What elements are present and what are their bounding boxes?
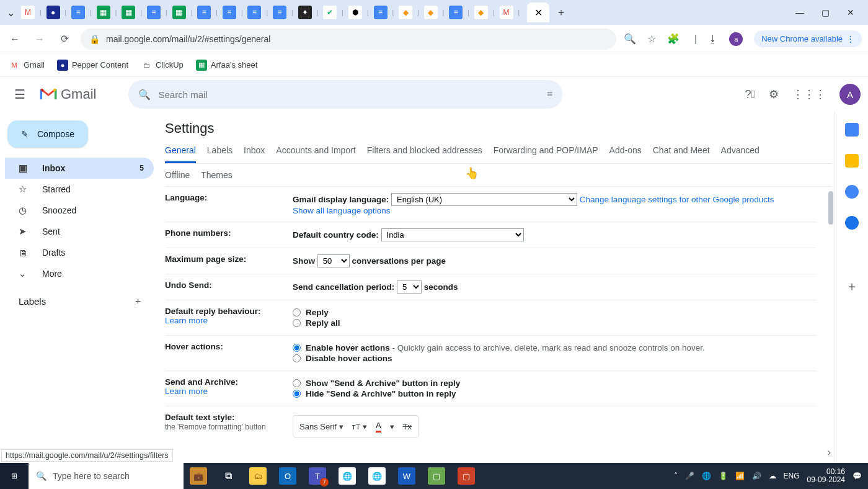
apps-grid-icon[interactable]: ⋮⋮⋮	[792, 87, 826, 101]
add-addon-icon[interactable]: ＋	[846, 278, 858, 295]
reply-radio[interactable]	[293, 308, 301, 316]
learn-more-link[interactable]: Learn more	[165, 316, 208, 325]
bookmark-item[interactable]: ▦Arfaa's sheet	[196, 60, 257, 71]
tab-general[interactable]: General	[165, 145, 196, 163]
change-language-link[interactable]: Change language settings for other Googl…	[580, 195, 774, 204]
bookmark-item[interactable]: ●Pepper Content	[57, 60, 128, 71]
new-tab-button[interactable]: ＋	[553, 6, 569, 19]
tab-addons[interactable]: Add-ons	[609, 145, 642, 163]
tab-favicon[interactable]: ▦	[122, 6, 135, 19]
tab-favicon[interactable]: ◆	[474, 6, 488, 19]
country-code-select[interactable]: India	[381, 228, 524, 241]
hover-enable-radio[interactable]	[293, 344, 301, 352]
tray-chevron-icon[interactable]: ˄	[674, 472, 678, 480]
search-options-icon[interactable]: ≡	[547, 89, 552, 100]
nav-reload-icon[interactable]: ⟳	[56, 33, 73, 45]
tab-filters[interactable]: Filters and blocked addresses	[367, 145, 482, 163]
taskbar-chrome[interactable]: 🌐	[332, 463, 362, 489]
tab-chat[interactable]: Chat and Meet	[653, 145, 710, 163]
window-minimize[interactable]: —	[795, 7, 804, 17]
tab-favicon[interactable]: ✦	[298, 6, 312, 19]
add-label-icon[interactable]: ＋	[133, 295, 143, 307]
font-size-dropdown[interactable]: тT ▾	[352, 422, 367, 431]
panel-expand-icon[interactable]: ›	[828, 447, 831, 458]
omnibox[interactable]: 🔒 mail.google.com/mail/u/2/#settings/gen…	[81, 29, 616, 50]
help-icon[interactable]: ?⃝	[745, 88, 755, 101]
tab-favicon[interactable]: ▦	[97, 6, 110, 19]
tab-favicon[interactable]: ≡	[71, 6, 85, 19]
taskbar-taskview[interactable]: ⧉	[213, 463, 243, 489]
tab-labels[interactable]: Labels	[207, 145, 232, 163]
tray-language[interactable]: ENG	[784, 472, 800, 480]
tab-favicon[interactable]: ▦	[172, 6, 186, 19]
window-close[interactable]: ✕	[847, 7, 854, 17]
tab-favicon[interactable]: ≡	[273, 6, 286, 19]
sidebar-item-inbox[interactable]: ▣Inbox5	[5, 158, 154, 179]
learn-more-link[interactable]: Learn more	[165, 387, 208, 396]
bookmark-star-icon[interactable]: ☆	[647, 33, 656, 45]
tab-inbox[interactable]: Inbox	[244, 145, 265, 163]
contacts-addon-icon[interactable]	[845, 216, 859, 230]
zoom-icon[interactable]: 🔍	[624, 33, 636, 45]
tab-favicon[interactable]: ●	[46, 6, 60, 19]
tab-favicon[interactable]: ⬢	[348, 6, 362, 19]
undo-period-select[interactable]: 5	[397, 280, 422, 294]
scrollbar-thumb[interactable]	[828, 191, 833, 225]
tab-favicon[interactable]: ≡	[247, 6, 261, 19]
tab-favicon[interactable]: ✔	[323, 6, 337, 19]
tab-favicon[interactable]: ◆	[399, 6, 412, 19]
tab-favicon[interactable]: ◆	[424, 6, 438, 19]
downloads-icon[interactable]: ⭳	[708, 34, 718, 45]
nav-back-icon[interactable]: ←	[6, 34, 24, 45]
pagesize-select[interactable]: 50	[317, 254, 350, 267]
sidebar-item-more[interactable]: ⌄More	[5, 263, 154, 284]
chrome-profile-avatar[interactable]: a	[729, 32, 743, 46]
gmail-logo[interactable]: Gmail	[40, 86, 96, 102]
sidebar-item-snoozed[interactable]: ◷Snoozed	[5, 200, 154, 221]
taskbar-outlook[interactable]: O	[273, 463, 303, 489]
taskbar-explorer[interactable]: 🗂	[243, 463, 273, 489]
tab-favicon[interactable]: ≡	[374, 6, 388, 19]
taskbar-app-green[interactable]: ▢	[422, 463, 451, 489]
hide-sendarchive-radio[interactable]	[293, 390, 301, 398]
tab-forwarding[interactable]: Forwarding and POP/IMAP	[494, 145, 598, 163]
tray-notifications-icon[interactable]: 💬	[852, 472, 862, 480]
account-avatar[interactable]: A	[839, 84, 861, 105]
taskbar-search[interactable]: 🔍 Type here to search	[29, 463, 184, 489]
search-input[interactable]	[158, 89, 539, 100]
show-all-languages-link[interactable]: Show all language options	[293, 206, 391, 215]
settings-gear-icon[interactable]: ⚙	[769, 87, 779, 101]
sidebar-item-drafts[interactable]: 🗎Drafts	[5, 242, 154, 263]
tray-mic-icon[interactable]: 🎤	[685, 472, 694, 480]
taskbar-word[interactable]: W	[392, 463, 422, 489]
text-color-dropdown[interactable]: A	[376, 421, 381, 433]
tray-volume-icon[interactable]: 🔊	[752, 472, 761, 480]
tab-favicon[interactable]: M	[21, 6, 35, 19]
calendar-addon-icon[interactable]	[845, 123, 859, 137]
taskbar-app-red[interactable]: ▢	[451, 463, 481, 489]
tab-accounts[interactable]: Accounts and Import	[276, 145, 355, 163]
nav-forward-icon[interactable]: →	[31, 34, 48, 45]
compose-button[interactable]: ✎ Compose	[7, 120, 88, 148]
tray-wifi-icon[interactable]: 📶	[735, 472, 745, 480]
taskbar-app[interactable]: 💼	[184, 463, 213, 489]
tray-onedrive-icon[interactable]: ☁	[769, 472, 776, 480]
site-info-icon[interactable]: 🔒	[89, 34, 100, 44]
show-sendarchive-radio[interactable]	[293, 379, 301, 387]
sidebar-item-starred[interactable]: ☆Starred	[5, 179, 154, 200]
tab-favicon[interactable]: ≡	[197, 6, 211, 19]
tab-offline[interactable]: Offline	[165, 170, 190, 180]
chrome-update-pill[interactable]: New Chrome available ⋮	[754, 30, 862, 47]
font-family-dropdown[interactable]: Sans Serif ▾	[299, 422, 343, 431]
active-tab-close[interactable]: ✕	[527, 2, 549, 22]
tabs-overflow-chevron[interactable]: ⌄	[4, 7, 17, 19]
tasks-addon-icon[interactable]	[845, 185, 859, 199]
keep-addon-icon[interactable]	[845, 154, 859, 168]
taskbar-teams[interactable]: T7	[303, 463, 332, 489]
tab-themes[interactable]: Themes	[201, 170, 232, 180]
window-maximize[interactable]: ▢	[822, 7, 830, 17]
tray-battery-icon[interactable]: 🔋	[719, 472, 728, 480]
tray-globe-icon[interactable]: 🌐	[702, 472, 711, 480]
hover-disable-radio[interactable]	[293, 354, 301, 362]
tab-advanced[interactable]: Advanced	[721, 145, 760, 163]
